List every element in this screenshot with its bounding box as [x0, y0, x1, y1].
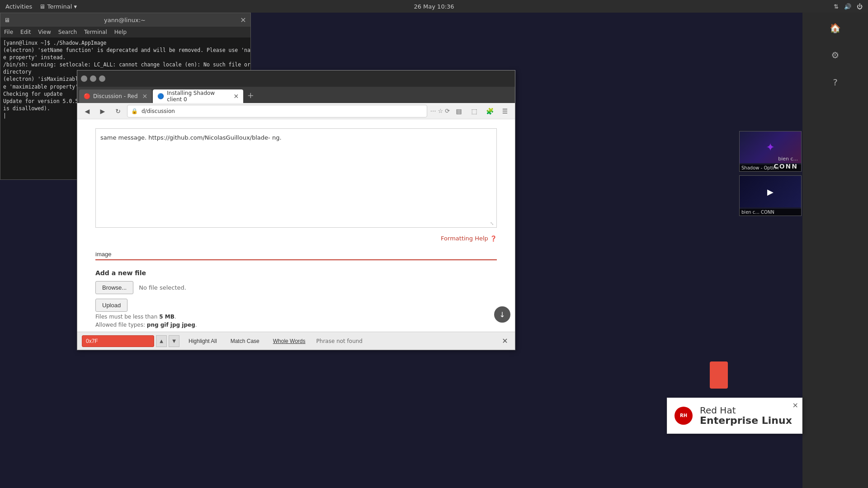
- terminal-menu-terminal[interactable]: Terminal: [84, 29, 107, 35]
- reader-view-icon[interactable]: ☆: [438, 108, 443, 114]
- browse-button[interactable]: Browse...: [95, 281, 133, 294]
- help-icon: ❓: [490, 235, 497, 242]
- forward-button[interactable]: ▶: [96, 105, 109, 117]
- redhat-logo: RH: [675, 407, 693, 425]
- upload-button[interactable]: Upload: [95, 299, 127, 312]
- thumb-label-2: bien c... CONN: [740, 209, 801, 216]
- browser-window: 🔴 Discussion - Red ✕ 🔵 Installing Shadow…: [77, 70, 515, 350]
- find-input[interactable]: [82, 335, 154, 347]
- find-bar: ▲ ▼ Highlight All Match Case Whole Words…: [77, 332, 515, 350]
- file-size-value: 5 MB: [159, 314, 175, 320]
- find-next-button[interactable]: ▼: [169, 335, 179, 347]
- allowed-types-value: png gif jpg jpeg: [147, 322, 195, 328]
- terminal-window-icon: 🖥: [4, 17, 10, 23]
- thumb-decoration: ✦: [766, 141, 775, 154]
- app-indicator: 🖥 Terminal ▾: [39, 3, 77, 10]
- power-icon[interactable]: ⏻: [857, 3, 863, 10]
- resize-handle[interactable]: ⤡: [490, 221, 495, 226]
- file-restrictions: Files must be less than 5 MB.: [95, 314, 497, 320]
- sidebar-icon[interactable]: ▤: [453, 105, 465, 117]
- settings-icon[interactable]: ⚙: [827, 47, 844, 63]
- redhat-text-area: Red Hat Enterprise Linux: [700, 405, 792, 426]
- address-text: d/discussion: [142, 108, 175, 114]
- whole-words-button[interactable]: Whole Words: [269, 337, 310, 346]
- find-close-button[interactable]: ✕: [500, 336, 510, 347]
- terminal-menu-search[interactable]: Search: [58, 29, 77, 35]
- add-file-section: Add a new file Browse... No file selecte…: [95, 269, 497, 328]
- back-button[interactable]: ◀: [81, 105, 94, 117]
- browser-titlebar: [77, 70, 515, 87]
- redhat-title: Red Hat: [700, 405, 736, 415]
- find-input-wrapper: ▲ ▼: [82, 335, 179, 347]
- activities-label[interactable]: Activities: [5, 3, 32, 10]
- new-container-icon[interactable]: ⬚: [468, 105, 481, 117]
- top-bar: Activities 🖥 Terminal ▾ 26 May 10:36 ⇅ 🔊…: [0, 0, 868, 13]
- terminal-menu: File Edit View Search Terminal Help: [0, 27, 250, 38]
- formatting-help-link[interactable]: Formatting Help: [441, 235, 488, 242]
- tab-icon: 🔴: [84, 93, 90, 99]
- redhat-subtitle: Enterprise Linux: [700, 415, 792, 426]
- no-file-label: No file selected.: [139, 284, 186, 291]
- terminal-title: yann@linux:~: [10, 17, 240, 23]
- text-area-content: same message. https://github.com/Nicolas…: [96, 129, 496, 147]
- redhat-notification: × RH Red Hat Enterprise Linux: [667, 398, 802, 434]
- volume-icon: 🔊: [844, 3, 851, 10]
- thumb-image-2: ▶: [740, 176, 801, 207]
- find-prev-button[interactable]: ▲: [156, 335, 167, 347]
- tab-close-active[interactable]: ✕: [234, 93, 239, 100]
- address-bar[interactable]: 🔒 d/discussion: [127, 105, 427, 117]
- tab-icon-active: 🔵: [157, 93, 164, 99]
- tab-label-active: Installing Shadow client 0: [167, 90, 229, 103]
- reply-text-area[interactable]: same message. https://github.com/Nicolas…: [95, 128, 497, 228]
- conn-subtitle: bien c...: [778, 156, 798, 162]
- address-icon: 🔒: [131, 108, 138, 114]
- conn-text: CONN: [774, 163, 798, 170]
- help-icon[interactable]: ?: [827, 74, 844, 90]
- minimize-button[interactable]: [81, 75, 87, 82]
- tabs-bar: 🔴 Discussion - Red ✕ 🔵 Installing Shadow…: [77, 87, 515, 103]
- terminal-titlebar: 🖥 yann@linux:~ ✕: [0, 13, 250, 27]
- close-button[interactable]: [99, 75, 105, 82]
- match-case-button[interactable]: Match Case: [226, 337, 264, 346]
- tab-close-discussion[interactable]: ✕: [142, 93, 148, 100]
- browser-toolbar: ◀ ▶ ↻ 🔒 d/discussion ⋯ ☆ ⟳ ▤ ⬚ 🧩 ☰: [77, 103, 515, 119]
- allowed-types: Allowed file types: png gif jpg jpeg.: [95, 322, 497, 328]
- tab-shadow-install[interactable]: 🔵 Installing Shadow client 0 ✕: [153, 89, 243, 103]
- image-input[interactable]: [95, 249, 497, 260]
- tab-discussion[interactable]: 🔴 Discussion - Red ✕: [79, 89, 152, 103]
- thumb-cards: ✦ Shadow - Optimi ▶ bien c... CONN: [739, 131, 802, 216]
- redhat-notif-body: RH Red Hat Enterprise Linux: [667, 398, 802, 433]
- address-icons: ⋯ ☆ ⟳: [430, 108, 450, 114]
- network-icon: ⇅: [834, 3, 839, 10]
- tab-label: Discussion - Red: [93, 93, 138, 99]
- formatting-help-row: Formatting Help ❓: [95, 235, 497, 242]
- window-controls: [81, 75, 105, 82]
- sync-icon[interactable]: ⟳: [445, 108, 450, 114]
- maximize-button[interactable]: [90, 75, 96, 82]
- orange-cta-button[interactable]: [710, 361, 728, 389]
- redhat-close-button[interactable]: ×: [793, 401, 798, 409]
- text-content: same message. https://github.com/Nicolas…: [100, 134, 282, 141]
- extensions-icon[interactable]: 🧩: [483, 105, 496, 117]
- find-status: Phrase not found: [316, 338, 363, 344]
- menu-button[interactable]: ☰: [499, 105, 511, 117]
- right-panel: 🏠 ⚙ ?: [802, 13, 868, 488]
- home-icon[interactable]: 🏠: [827, 20, 844, 36]
- reload-button[interactable]: ↻: [112, 105, 124, 117]
- highlight-all-button[interactable]: Highlight All: [184, 337, 222, 346]
- scroll-to-bottom-button[interactable]: ↓: [494, 306, 510, 323]
- terminal-menu-edit[interactable]: Edit: [20, 29, 31, 35]
- bookmarks-icon[interactable]: ⋯: [430, 108, 436, 114]
- datetime: 26 May 10:36: [414, 3, 454, 10]
- browser-content: same message. https://github.com/Nicolas…: [77, 119, 515, 350]
- file-row: Browse... No file selected.: [95, 281, 497, 294]
- thumb-card-2[interactable]: ▶ bien c... CONN: [739, 175, 802, 216]
- terminal-close-button[interactable]: ✕: [240, 16, 247, 23]
- tab-add-button[interactable]: +: [244, 89, 257, 101]
- top-bar-center: 26 May 10:36: [414, 3, 454, 10]
- add-file-label: Add a new file: [95, 269, 497, 277]
- terminal-menu-view[interactable]: View: [38, 29, 51, 35]
- top-bar-left: Activities 🖥 Terminal ▾: [5, 3, 77, 10]
- terminal-menu-file[interactable]: File: [4, 29, 13, 35]
- terminal-menu-help[interactable]: Help: [114, 29, 127, 35]
